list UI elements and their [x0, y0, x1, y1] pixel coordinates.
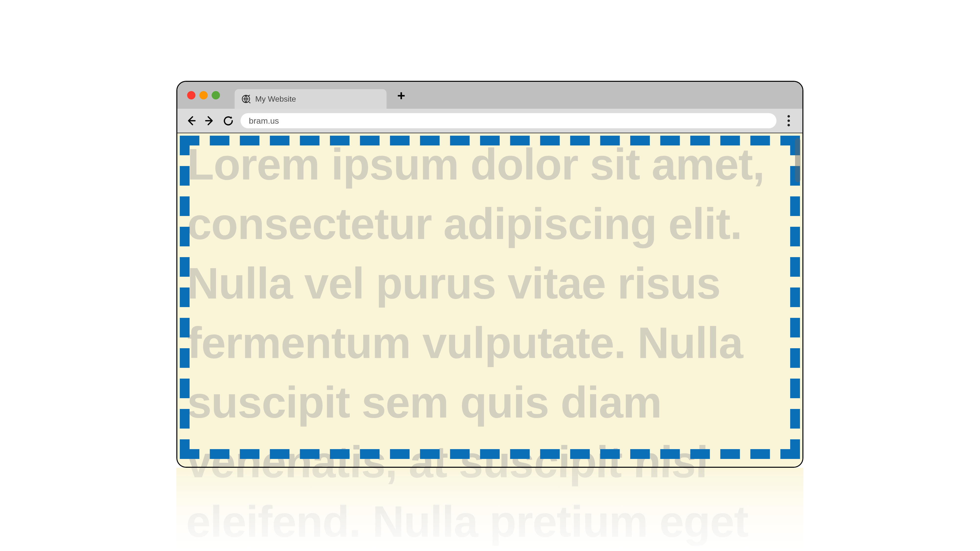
browser-menu-button[interactable] — [782, 114, 795, 127]
reload-button[interactable] — [222, 114, 235, 127]
page-body-text: Lorem ipsum dolor sit amet, consectetur … — [187, 135, 792, 467]
page-viewport[interactable]: Lorem ipsum dolor sit amet, consectetur … — [177, 133, 802, 467]
toolbar: bram.us — [177, 109, 802, 133]
tab-title: My Website — [255, 95, 296, 103]
forward-button[interactable] — [203, 114, 216, 127]
scrollbar-thumb[interactable] — [795, 138, 800, 182]
window-controls — [187, 91, 220, 99]
tab-favicon-icon — [241, 94, 251, 104]
address-bar[interactable]: bram.us — [240, 113, 776, 128]
window-close-button[interactable] — [187, 91, 196, 99]
page-overflow-fade — [177, 468, 803, 551]
tab-bar: My Website + — [177, 82, 802, 109]
back-button[interactable] — [185, 114, 197, 127]
browser-window: My Website + bram.us Lorem ipsum dolor s… — [177, 81, 803, 468]
page-overflow-region: Lorem ipsum dolor sit amet, consectetur … — [177, 468, 803, 551]
address-bar-url: bram.us — [249, 116, 279, 125]
kebab-dot-icon — [788, 124, 790, 126]
new-tab-button[interactable]: + — [396, 91, 406, 100]
window-zoom-button[interactable] — [212, 91, 220, 99]
kebab-dot-icon — [788, 115, 790, 118]
kebab-dot-icon — [788, 119, 790, 122]
browser-tab[interactable]: My Website — [235, 89, 387, 109]
window-minimize-button[interactable] — [199, 91, 208, 99]
